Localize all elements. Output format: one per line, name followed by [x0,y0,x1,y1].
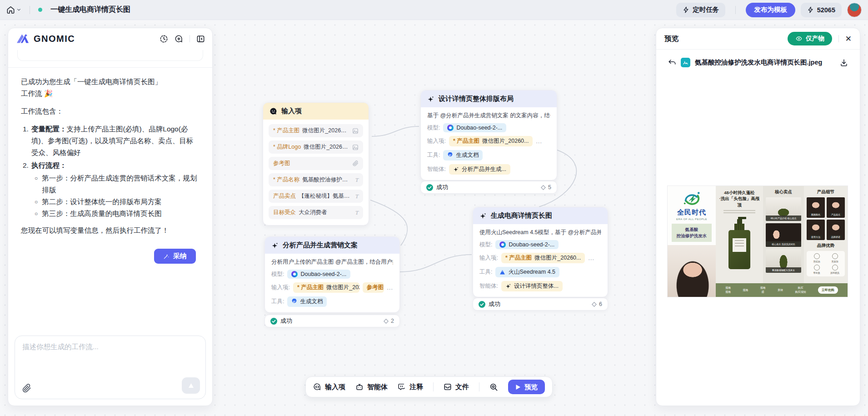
chevron-down-icon [16,7,21,12]
scheduled-tasks-button[interactable]: 定时任务 [676,3,725,17]
canvas-toolbar: 输入项 智能体 注释 文件 预览 [305,376,553,397]
artifact-brand-adv-title: 品牌优势 [807,243,845,249]
assistant-header-actions [160,35,205,43]
artifact-detail-title: 产品细节 [807,189,845,195]
model-pill[interactable]: Doubao-seed-2-... [443,123,506,132]
top-bar-right: 定时任务 发布为模板 52065 [676,3,862,17]
lightning-icon [807,6,814,13]
input-field-product-image[interactable]: * 产品主图 微信图片_20260319... [269,124,363,137]
tool-row: 工具: 生成文档 [427,150,550,160]
input-pill[interactable]: * 产品主图微信图片_20260... [449,136,533,146]
sublist-item: ○第三步：生成高质量的电商详情页长图 [35,208,200,220]
history-icon[interactable] [160,35,168,43]
input-pill[interactable]: * 产品主图微信图片_20260... [293,282,359,293]
node-design-status[interactable]: 成功 5 [420,181,557,194]
sparkle-icon [453,166,459,172]
paperclip-icon [353,160,359,166]
sparkle-icon [505,283,511,289]
back-icon[interactable] [668,59,676,67]
workflow-title: 一键生成电商详情页长图 [50,5,130,15]
agent-pill[interactable]: 设计详情页整体... [501,281,563,291]
text-icon: T [355,209,359,216]
home-icon [6,5,15,14]
more-inputs[interactable]: ... [588,255,594,261]
input-field-product-name[interactable]: * 产品名称 氨基酸控油修护洗发... T [269,173,363,186]
input-field-selling-points[interactable]: 产品卖点 【蓬松秘境】氨基酸... T [269,190,363,203]
toolbar-add-note[interactable]: 注释 [398,383,423,391]
sublist-item: ○第二步：设计整体统一的排版布局方案 [35,196,200,208]
inputs-row: 输入项: * 产品主图微信图片_20260... ... [479,253,601,263]
message-outro: 您现在可以填写变量信息，然后执行工作流了！ [21,225,200,236]
input-field-target-audience[interactable]: 目标受众 大众消费者 T [269,206,363,219]
eye-icon [795,35,803,42]
collapse-panel-icon[interactable] [196,35,205,43]
zoom-search-icon[interactable] [489,383,498,391]
tool-pill[interactable]: 生成文档 [287,296,327,307]
user-avatar[interactable] [847,3,862,17]
artifact-selling-title: 核心卖点 [766,189,801,195]
home-button[interactable] [6,5,21,14]
toolbar-add-inputs[interactable]: 输入项 [313,383,345,391]
node-generate-image[interactable]: 生成电商详情页长图 使用火山Seedream 4.5模型，基于 @分析产品并生成… [473,207,608,297]
only-artifacts-toggle[interactable]: 仅产物 [788,32,832,45]
more-inputs[interactable]: ... [387,285,393,291]
artifact-model-photo [668,245,716,297]
workflow-builder-app: { "topbar": { "title": "一键生成电商详情页长图", "s… [0,0,868,416]
image-file-icon [681,58,690,67]
node-design-body: 基于 @分析产品并生成营销文案 的文案内容，结合产... 模型: Doubao-… [421,107,557,180]
artifact-file-row: 氨基酸控油修护洗发水电商详情页长图.jpeg [656,50,860,67]
chat-smiley-icon [269,107,277,115]
tool-pill[interactable]: 生成文档 [443,150,483,160]
model-pill[interactable]: Doubao-seed-2-... [287,270,350,279]
sublist-item: ○第一步：分析产品生成连贯的营销话术文案，规划排版 [35,172,200,196]
close-icon[interactable]: ✕ [845,34,852,44]
send-button[interactable] [182,377,200,394]
preview-panel: 预览 仅产物 ✕ 氨基酸控油修护洗发水电商详情页长图.jpeg [656,28,860,406]
more-inputs[interactable]: ... [536,138,542,145]
artifact-selling-tile: 核心卖点 洗前洗后对比 [766,223,801,247]
node-analyze-copy[interactable]: 分析产品并生成营销文案 分析用户上传的产品主图 @产品主图，结合用户提供... … [264,236,400,313]
adopt-button[interactable]: 采纳 [154,249,196,264]
node-analyze-status[interactable]: 成功 2 [264,315,400,327]
toolbar-files[interactable]: 文件 [444,383,469,391]
inputs-row: 输入项: * 产品主图微信图片_20260... ... [427,136,550,146]
adopt-row: 采纳 [8,242,212,264]
input-field-reference-image[interactable]: 参考图 [269,157,363,170]
runs-diamond-icon [541,185,546,190]
agent-pill[interactable]: 分析产品并生成... [449,164,510,175]
new-chat-icon[interactable] [175,35,183,43]
success-check-icon [426,184,433,191]
inputs-row: 输入项: * 产品主图微信图片_20260... 参考图 ... [271,282,393,293]
artifact-filename[interactable]: 氨基酸控油修护洗发水电商详情页长图.jpeg [695,58,835,67]
publish-template-button[interactable]: 发布为模板 [746,3,795,17]
doubao-icon [291,271,298,277]
message-intro: 已成功为您生成「一键生成电商详情页长图」 工作流 🎉 [21,76,200,100]
preview-header: 预览 仅产物 ✕ [656,28,860,49]
workflow-prompt-input[interactable] [15,336,205,375]
model-pill[interactable]: Doubao-seed-2-... [495,240,559,249]
node-design-layout[interactable]: 设计详情页整体排版布局 基于 @分析产品并生成营销文案 的文案内容，结合产...… [420,90,557,180]
icon-divider [190,35,190,42]
reference-pill[interactable]: 参考图 [363,282,384,293]
node-inputs[interactable]: 输入项 * 产品主图 微信图片_20260319... * 品牌Logo 微信图… [263,102,369,226]
file-tray-icon [444,383,452,391]
artifact-preview-image[interactable]: 全民时代 ERA OF ALL PEOPLE 氨基酸 控油修护洗发水 48小时持… [668,186,848,297]
artifact-cta-button: 立即抢购 [818,286,838,294]
artifact-detail-grid: 图面颜色 产品卖点 使用方法 品牌承诺 [807,197,845,240]
list-item: 2. 执行流程： [23,160,200,171]
attach-file-icon[interactable] [22,384,31,393]
artifact-columns: 48小时持久蓬松 ·洗出「头包脸」高颅顶 核心卖点 48小时产品介绍 核心卖点 … [716,186,848,283]
input-field-brand-logo[interactable]: * 品牌Logo 微信图片_20260319... [269,140,363,154]
download-icon[interactable] [840,59,848,67]
toolbar-add-agent[interactable]: 智能体 [355,383,388,391]
robot-icon [355,383,364,391]
input-pill[interactable]: * 产品主图微信图片_20260... [501,253,585,263]
node-generate-status[interactable]: 成功 6 [473,298,608,311]
input-bubble-icon [313,383,321,391]
tool-row: 工具: 生成文档 [271,296,393,307]
credits-badge[interactable]: 52065 [801,3,842,17]
assistant-panel: GNOMIC 已成功为您生成「一键生成电商详情页长图」 工作流 🎉 工作流包含：… [8,28,213,406]
model-row: 模型: Doubao-seed-2-... [479,240,601,249]
preview-run-button[interactable]: 预览 [508,380,545,394]
tool-pill[interactable]: 火山Seedream 4.5 [495,267,559,277]
